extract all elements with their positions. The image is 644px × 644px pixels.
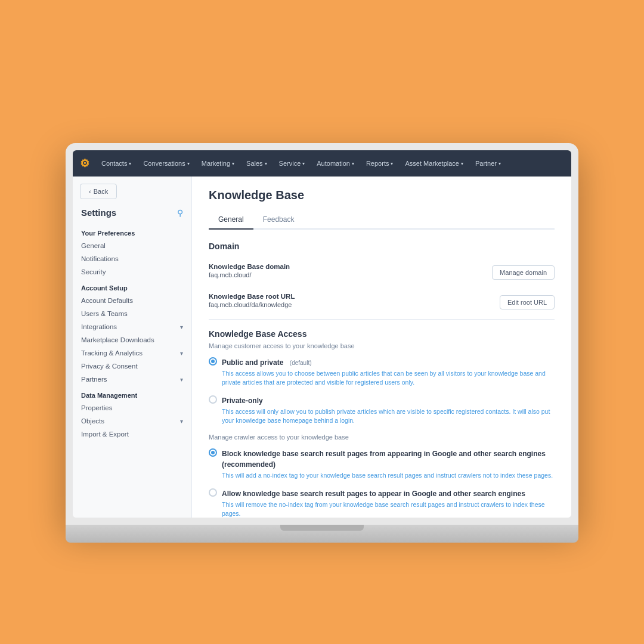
chevron-down-icon: ▾ [129, 161, 131, 166]
sidebar-item-tracking-analytics[interactable]: Tracking & Analytics ▾ [73, 346, 191, 360]
chevron-down-icon: ▾ [391, 161, 393, 166]
divider [209, 319, 555, 320]
sidebar-item-general[interactable]: General [73, 239, 191, 252]
tab-feedback[interactable]: Feedback [253, 210, 304, 230]
nav-service[interactable]: Service ▾ [274, 157, 310, 169]
radio-private-only-label-row: Private-only [222, 395, 555, 405]
sidebar-header: Settings ⚲ [73, 204, 191, 224]
sidebar-item-partners[interactable]: Partners ▾ [73, 373, 191, 386]
sidebar-item-account-defaults[interactable]: Account Defaults [73, 294, 191, 307]
laptop-base [66, 525, 578, 543]
edit-root-url-button[interactable]: Edit root URL [500, 295, 555, 309]
chevron-down-icon: ▾ [180, 324, 183, 330]
radio-circle-block-crawlers[interactable] [209, 448, 217, 457]
kb-root-url-col: Knowledge Base root URL faq.mcb.cloud/da… [209, 287, 500, 308]
kb-domain-value: faq.mcb.cloud/ [209, 271, 492, 278]
sidebar-item-notifications[interactable]: Notifications [73, 252, 191, 265]
radio-public-private-label-row: Public and private (default) [222, 357, 555, 367]
back-button[interactable]: ‹ Back [80, 184, 117, 199]
chevron-down-icon: ▾ [180, 376, 183, 383]
search-icon[interactable]: ⚲ [177, 208, 183, 218]
kb-domain-label: Knowledge Base domain [209, 263, 492, 270]
sidebar-item-import-export[interactable]: Import & Export [73, 428, 191, 441]
kb-root-url-row: Knowledge Base root URL faq.mcb.cloud/da… [209, 287, 555, 309]
sidebar-item-objects[interactable]: Objects ▾ [73, 414, 191, 428]
sidebar-item-users-teams[interactable]: Users & Teams [73, 307, 191, 320]
chevron-down-icon: ▾ [265, 161, 267, 166]
screen-inner: ⚙ Contacts ▾ Conversations ▾ Marketing ▾… [73, 150, 571, 518]
nav-automation[interactable]: Automation ▾ [312, 157, 359, 169]
radio-circle-allow-crawlers[interactable] [209, 488, 217, 497]
sidebar-title: Settings [81, 208, 116, 218]
radio-allow-crawlers-content: Allow knowledge base search result pages… [222, 488, 555, 518]
content-area: Knowledge Base General Feedback Domain K… [192, 177, 571, 518]
nav-partner[interactable]: Partner ▾ [470, 157, 506, 169]
kb-root-url-label: Knowledge Base root URL [209, 293, 500, 300]
hubspot-logo: ⚙ [80, 157, 89, 170]
domain-section-title: Domain [209, 242, 555, 251]
nav-asset-marketplace[interactable]: Asset Marketplace ▾ [400, 157, 467, 169]
radio-private-only-content: Private-only This access will only allow… [222, 395, 555, 425]
access-subtitle: Manage customer access to your knowledge… [209, 342, 555, 349]
nav-conversations[interactable]: Conversations ▾ [138, 157, 194, 169]
tab-general[interactable]: General [209, 210, 253, 230]
back-arrow-icon: ‹ [89, 188, 91, 195]
chevron-down-icon: ▾ [180, 350, 183, 357]
radio-allow-crawlers[interactable]: Allow knowledge base search result pages… [209, 488, 555, 518]
section-data-management: Data Management [73, 386, 191, 401]
chevron-down-icon: ▾ [180, 418, 183, 425]
manage-domain-button[interactable]: Manage domain [492, 265, 555, 280]
radio-public-private-content: Public and private (default) This access… [222, 357, 555, 386]
chevron-down-icon: ▾ [232, 161, 234, 166]
nav-marketing[interactable]: Marketing ▾ [197, 157, 239, 169]
radio-public-private[interactable]: Public and private (default) This access… [209, 357, 555, 386]
sidebar-item-security[interactable]: Security [73, 265, 191, 278]
section-your-preferences: Your Preferences [73, 224, 191, 239]
laptop-wrapper: ⚙ Contacts ▾ Conversations ▾ Marketing ▾… [66, 143, 578, 549]
laptop-screen: ⚙ Contacts ▾ Conversations ▾ Marketing ▾… [66, 143, 578, 525]
page-title: Knowledge Base [209, 188, 555, 202]
chevron-down-icon: ▾ [352, 161, 354, 166]
radio-block-crawlers[interactable]: Block knowledge base search result pages… [209, 448, 555, 480]
sidebar-item-integrations[interactable]: Integrations ▾ [73, 320, 191, 333]
nav-contacts[interactable]: Contacts ▾ [97, 157, 136, 169]
section-account-setup: Account Setup [73, 278, 191, 294]
access-section-title: Knowledge Base Access [209, 329, 555, 339]
sidebar-item-properties[interactable]: Properties [73, 401, 191, 414]
laptop-notch [280, 525, 364, 531]
chevron-down-icon: ▾ [302, 161, 305, 166]
chevron-down-icon: ▾ [461, 161, 463, 166]
radio-circle-private-only[interactable] [209, 395, 217, 404]
main-content: ‹ Back Settings ⚲ Your Preferences Gener… [73, 177, 571, 518]
radio-circle-public-private[interactable] [209, 357, 217, 366]
kb-domain-col: Knowledge Base domain faq.mcb.cloud/ [209, 257, 492, 278]
sidebar: ‹ Back Settings ⚲ Your Preferences Gener… [73, 177, 192, 518]
radio-block-crawlers-content: Block knowledge base search result pages… [222, 448, 555, 480]
sidebar-item-privacy-consent[interactable]: Privacy & Consent [73, 360, 191, 373]
radio-private-only[interactable]: Private-only This access will only allow… [209, 395, 555, 425]
sidebar-item-marketplace-downloads[interactable]: Marketplace Downloads [73, 333, 191, 346]
chevron-down-icon: ▾ [187, 161, 190, 166]
nav-reports[interactable]: Reports ▾ [361, 157, 398, 169]
kb-root-url-value: faq.mcb.cloud/da/knowledge [209, 301, 500, 308]
kb-domain-row: Knowledge Base domain faq.mcb.cloud/ Man… [209, 257, 555, 280]
chevron-down-icon: ▾ [499, 161, 501, 166]
navbar: ⚙ Contacts ▾ Conversations ▾ Marketing ▾… [73, 150, 571, 177]
nav-sales[interactable]: Sales ▾ [242, 157, 272, 169]
tabs: General Feedback [209, 210, 555, 230]
crawler-subtitle: Manage crawler access to your knowledge … [209, 434, 555, 441]
